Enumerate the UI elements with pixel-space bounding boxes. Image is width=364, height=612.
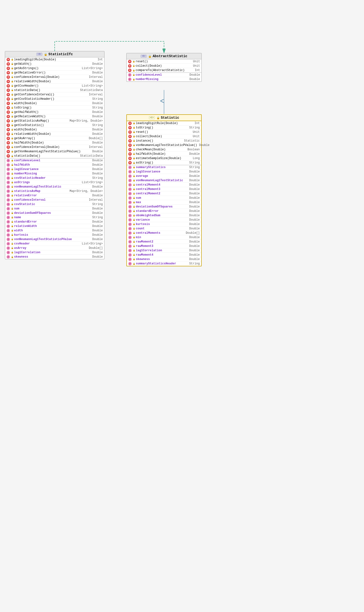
row-name-label: centralMoments <box>136 231 184 235</box>
lock-icon: 🔒 <box>11 106 14 109</box>
p-icon: p <box>128 262 132 265</box>
p-icon: p <box>128 183 132 187</box>
lock-icon: 🔒 <box>11 150 14 153</box>
m-icon: m <box>128 157 132 160</box>
lock-icon: 🔒 <box>11 216 14 219</box>
row-type-label: Double <box>92 150 103 153</box>
row-name-label: width(Double) <box>14 102 91 105</box>
table-row: p🔒skewnessDouble <box>127 257 201 261</box>
lock-icon: 🔒 <box>11 176 14 180</box>
row-name-label: kurtosis <box>136 223 187 226</box>
row-type-label: Double <box>189 209 200 213</box>
row-name-label: width <box>14 229 91 232</box>
p-icon: p <box>128 192 132 195</box>
row-name-label: relativeError <box>14 194 91 197</box>
row-type-label: Statistic <box>184 139 200 143</box>
lock-icon: 🔒 <box>11 229 14 232</box>
lock-icon: 🔒 <box>132 227 136 230</box>
table-row: p🔒rawMoment3Double <box>127 244 201 248</box>
table-row: m🔒halfWidth(Double)Double <box>127 152 201 156</box>
table-row: m🔒relativeWidth(Double)Double <box>5 79 104 84</box>
row-type-label: Double <box>190 73 200 77</box>
row-name-label: halfWidth(Double) <box>136 152 187 156</box>
lock-icon: 🔒 <box>11 110 14 114</box>
row-name-label: confidenceInterval(Double) <box>14 146 87 149</box>
row-name-label: deviationSumOfSquares <box>136 205 187 208</box>
row-type-label: List<String> <box>82 242 103 245</box>
row-name-label: rawMoment2 <box>136 240 187 244</box>
lock-icon: 🔒 <box>132 166 136 169</box>
lock-icon: 🔒 <box>132 183 136 187</box>
row-type-label: Double <box>189 258 200 261</box>
row-type-label: Double <box>189 183 200 187</box>
row-type-label: Double <box>92 110 103 114</box>
lock-icon: 🔒 <box>11 225 14 228</box>
row-type-label: Double <box>189 179 200 182</box>
row-name-label: asStrings <box>14 181 80 184</box>
lock-icon: 🔒 <box>132 73 135 77</box>
row-name-label: kurtosis <box>14 233 91 237</box>
m-icon: m <box>7 150 10 153</box>
p-icon: p <box>7 255 10 258</box>
abs-methods-section: m🔒reset()Unitm🔒collect(Double)Unitm🔒comp… <box>127 59 201 72</box>
lock-icon: 🔒 <box>132 240 136 244</box>
p-icon: p <box>7 176 10 180</box>
row-type-label: Int <box>97 58 103 61</box>
p-icon: p <box>7 233 10 237</box>
row-name-label: asArray <box>14 246 87 250</box>
row-type-label: Double <box>92 163 103 167</box>
p-icon: p <box>7 207 10 210</box>
p-icon: p <box>7 225 10 228</box>
m-icon: m <box>7 141 10 145</box>
row-name-label: getCsvHeader() <box>14 84 80 88</box>
p-icon: p <box>128 170 132 173</box>
table-row: m🔒asString()String <box>127 161 201 165</box>
table-row: p🔒confidenceLevelDouble <box>127 73 201 77</box>
row-type-label: String <box>92 97 103 101</box>
row-type-label: Double <box>92 159 103 162</box>
row-name-label: confidenceLevel <box>14 159 91 162</box>
lock-icon: 🔒 <box>132 144 136 147</box>
lock-icon: 🔒 <box>11 119 14 122</box>
p-icon: p <box>7 238 10 241</box>
p-icon: p <box>128 236 132 239</box>
p-icon: p <box>7 190 10 193</box>
p-icon: p <box>128 258 132 261</box>
row-type-label: Unit <box>193 135 200 138</box>
table-row: p🔒confidenceLevelDouble <box>5 158 104 163</box>
table-row: p🔒numberMissingDouble <box>5 172 104 176</box>
lock-icon: 🔒 <box>132 122 136 125</box>
lock-icon: 🔒 <box>11 128 14 131</box>
statisticifc-box: «I» 🔒 StatisticIfc m🔒leadingDigitRule(Do… <box>5 51 104 259</box>
row-type-label: String <box>92 123 103 127</box>
row-type-label: Interval <box>89 198 103 202</box>
m-icon: m <box>7 110 10 114</box>
row-name-label: getWidth() <box>14 62 91 66</box>
row-name-label: summaryStatisticsHeader <box>136 262 187 265</box>
table-row: p🔒centralMoment2Double <box>127 191 201 196</box>
lock-icon: 🔒 <box>132 157 136 160</box>
row-type-label: Double <box>189 188 200 191</box>
row-type-label: Double <box>189 227 200 230</box>
p-icon: p <box>7 181 10 184</box>
table-row: m🔒vonNeumannLag1TestStatisticPValue()Dou… <box>127 143 201 147</box>
m-icon: m <box>7 93 10 96</box>
lock-icon: 🔒 <box>132 218 136 222</box>
lock-icon: 🔒 <box>11 115 14 118</box>
row-type-label: Long <box>193 157 200 160</box>
lock-icon: 🔒 <box>11 102 14 105</box>
stat-methods-section: m🔒leadingDigitRule(Double)Intm🔒toString(… <box>127 121 201 165</box>
table-row: p🔒lag1CovarianceDouble <box>127 170 201 174</box>
m-icon: m <box>7 123 10 127</box>
m-icon: m <box>128 130 132 134</box>
row-type-label: Double <box>92 132 103 136</box>
table-row: p🔒asArrayDouble[] <box>5 246 104 250</box>
row-type-label: Int <box>195 68 200 72</box>
m-icon: m <box>128 68 131 72</box>
table-row: m🔒leadingDigitRule(Double)Int <box>5 57 104 62</box>
m-icon: m <box>128 60 131 63</box>
row-type-label: Double <box>92 238 103 241</box>
row-name-label: standardError <box>136 209 187 213</box>
row-name-label: vonNeumannLag1TestStatisticPValue() <box>136 144 197 147</box>
row-type-label: Double <box>92 62 103 66</box>
